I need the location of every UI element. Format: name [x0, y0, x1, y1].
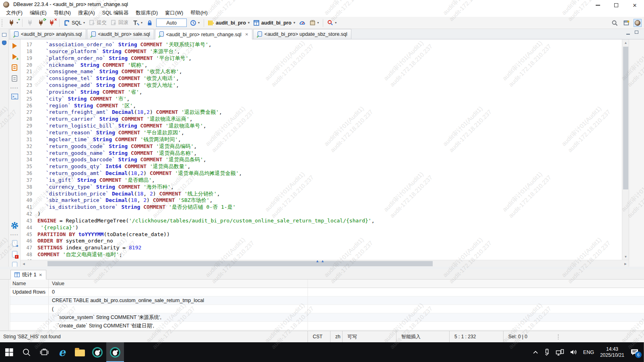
- taskbar-search-button[interactable]: [18, 342, 35, 362]
- speaker-icon[interactable]: [570, 349, 577, 355]
- code-text[interactable]: COMMENT '自定义电商退销-临时';: [37, 251, 122, 257]
- package-button[interactable]: ▾: [308, 18, 320, 28]
- grid-cell[interactable]: CREATE TABLE audit_bi_pro.custom_online_…: [49, 296, 308, 304]
- menu-item-4[interactable]: SQL 编辑器: [99, 9, 132, 17]
- tab-close-icon[interactable]: ✕: [245, 32, 248, 37]
- editor-tab-1[interactable]: ✓<audit_bi_pro> sale.sql: [87, 29, 154, 39]
- code-text[interactable]: `return_goods_qty` Int64 COMMENT '退货商品数量…: [37, 163, 190, 169]
- code-text[interactable]: `return_logistic_bill` String COMMENT '退…: [37, 123, 206, 129]
- code-text[interactable]: `consignee_tel` String COMMENT '收货人电话',: [37, 75, 179, 81]
- code-text[interactable]: ): [37, 211, 41, 217]
- code-text[interactable]: `return_carrier` String COMMENT '退款物流承运商…: [37, 116, 193, 122]
- transaction-log-button[interactable]: ▾: [188, 18, 201, 28]
- code-text[interactable]: `distribution_price` Decimal(18, 2) COMM…: [37, 191, 220, 197]
- code-text[interactable]: `nickname` String COMMENT '昵称',: [37, 62, 148, 68]
- code-text[interactable]: `source_platform` String COMMENT '来源平台',: [37, 48, 180, 54]
- language-indicator[interactable]: ENG: [583, 350, 594, 355]
- grid-column-header-1[interactable]: Value: [49, 280, 308, 288]
- editor-vertical-scrollbar[interactable]: ▲ ▼: [622, 39, 629, 260]
- database-navigator-icon[interactable]: [2, 41, 6, 45]
- table-row[interactable]: Updated Rows0: [10, 288, 644, 296]
- network-icon[interactable]: [556, 349, 564, 356]
- code-text[interactable]: PARTITION BY toYYYYMM(toDate(create_date…: [37, 231, 170, 237]
- table-row[interactable]: CREATE TABLE audit_bi_pro.custom_online_…: [10, 296, 644, 305]
- maximize-editor-icon[interactable]: [635, 31, 638, 35]
- menu-item-3[interactable]: 搜索(A): [74, 9, 99, 17]
- table-row[interactable]: `create_date` String COMMENT '创建日期',: [10, 322, 644, 330]
- code-text[interactable]: `return_freight_amt` Decimal(18,2) COMME…: [37, 109, 222, 115]
- tray-chevron-icon[interactable]: [533, 350, 538, 354]
- grid-cell[interactable]: [10, 305, 49, 313]
- code-text[interactable]: `city` String COMMENT '市',: [37, 96, 130, 102]
- explain-plan-button[interactable]: [10, 74, 19, 83]
- quick-search-button[interactable]: [610, 18, 619, 28]
- menu-item-2[interactable]: 导航(N): [50, 9, 74, 17]
- dbeaver-perspective-button[interactable]: [634, 19, 642, 27]
- grid-cell[interactable]: [10, 322, 49, 330]
- sash-restore-arrows-icon[interactable]: ▲▲: [316, 259, 326, 263]
- dbeaver-taskbar-button[interactable]: [89, 342, 106, 362]
- internet-explorer-button[interactable]: e: [53, 342, 71, 362]
- schema-selector[interactable]: audit_bi_pro▾: [252, 20, 297, 26]
- code-text[interactable]: `return_goods_amt` Decimal(18,2) COMMENT…: [37, 170, 242, 176]
- file-error-button[interactable]: !: [10, 250, 19, 259]
- sql-code-editor[interactable]: 17 `association_order_no` String COMMENT…: [21, 39, 622, 260]
- code-text[interactable]: `consignee_add` String COMMENT '收货人地址',: [37, 82, 179, 88]
- grid-cell[interactable]: Updated Rows: [10, 288, 49, 296]
- tab-statistics[interactable]: 统计 1 ✕: [10, 270, 46, 280]
- grid-cell[interactable]: [10, 313, 49, 321]
- tab-close-icon[interactable]: ✕: [39, 273, 42, 277]
- task-view-button[interactable]: [35, 342, 53, 362]
- code-text[interactable]: `region` String COMMENT '区',: [37, 103, 136, 109]
- start-button[interactable]: [0, 342, 18, 362]
- menu-item-7[interactable]: 帮助(H): [187, 9, 211, 17]
- menu-item-0[interactable]: 文件(F): [2, 9, 26, 17]
- code-text[interactable]: '{replica}'): [37, 224, 78, 230]
- dashboard-button[interactable]: [297, 18, 307, 28]
- code-text[interactable]: `platform_order_no` String COMMENT '平台订单…: [37, 55, 192, 61]
- code-text[interactable]: `sbz_market_price` Decimal(18, 2) COMMEN…: [37, 197, 213, 203]
- commit-mode-combo[interactable]: Auto: [156, 19, 187, 27]
- panel-splitter[interactable]: [0, 267, 644, 269]
- action-center-button[interactable]: 6: [630, 349, 639, 356]
- code-text[interactable]: SETTINGS index_granularity = 8192: [37, 245, 141, 251]
- code-text[interactable]: `association_order_no` String COMMENT '关…: [37, 41, 212, 47]
- connect-button[interactable]: [25, 18, 35, 28]
- scroll-down-icon[interactable]: ▼: [622, 253, 629, 260]
- code-text[interactable]: `return_goods_code` String COMMENT '退货商品…: [37, 143, 197, 149]
- code-text[interactable]: `return_reason` String COMMENT '平台退款原因',: [37, 130, 184, 136]
- usb-eject-icon[interactable]: [544, 349, 550, 356]
- execute-statement-button[interactable]: [10, 41, 19, 50]
- scroll-up-icon[interactable]: ▲: [622, 39, 629, 46]
- search-toolbar-button[interactable]: ▾: [326, 18, 338, 28]
- editor-tab-3[interactable]: ✓<audit_bi_pro> update_sbz_store.sql: [253, 29, 351, 39]
- code-text[interactable]: `return_goods_barcode` String COMMENT '退…: [37, 156, 206, 162]
- connection-selector[interactable]: audit_bi_pro▾: [206, 20, 252, 26]
- editor-tab-2[interactable]: ✓<audit_bi_pro> return_change.sql✕: [155, 29, 252, 39]
- scroll-right-icon[interactable]: ►: [622, 260, 629, 267]
- grid-cell[interactable]: (: [49, 305, 308, 313]
- grid-cell[interactable]: `create_date` String COMMENT '创建日期',: [49, 322, 308, 330]
- execute-new-tab-button[interactable]: +: [10, 52, 19, 61]
- settings-button[interactable]: [10, 221, 19, 230]
- code-text[interactable]: `consignee_name` String COMMENT '收货人名称',: [37, 68, 182, 74]
- table-row[interactable]: `source_system` String COMMENT '来源系统',: [10, 313, 644, 322]
- horizontal-scroll-thumb[interactable]: [47, 261, 433, 266]
- new-connection-button[interactable]: +▾: [6, 18, 20, 28]
- menu-item-1[interactable]: 编辑(E): [26, 9, 50, 17]
- open-perspective-button[interactable]: [622, 18, 632, 28]
- menu-item-6[interactable]: 窗口(W): [161, 9, 187, 17]
- menu-item-5[interactable]: 数据库(D): [132, 9, 161, 17]
- code-text[interactable]: `is_distribution_store` String COMMENT '…: [37, 204, 236, 210]
- editor-tab-0[interactable]: ✓<audit_bi_pro> analysis.sql: [10, 29, 86, 39]
- taskbar-clock[interactable]: 14:43 2025/10/21: [600, 346, 624, 358]
- scroll-left-icon[interactable]: ◄: [21, 260, 27, 267]
- vertical-scroll-thumb[interactable]: [623, 47, 628, 189]
- sql-editor-button[interactable]: SQL▾: [62, 18, 87, 28]
- restore-view-icon[interactable]: [2, 33, 6, 37]
- execute-script-button[interactable]: [10, 63, 19, 72]
- open-console-button[interactable]: >_: [10, 92, 19, 101]
- code-text[interactable]: ENGINE = ReplicatedMergeTree('/clickhous…: [37, 218, 374, 224]
- editor-horizontal-scrollbar[interactable]: ◄ ► ▲▲: [21, 260, 629, 267]
- lock-icon-button[interactable]: [145, 18, 155, 28]
